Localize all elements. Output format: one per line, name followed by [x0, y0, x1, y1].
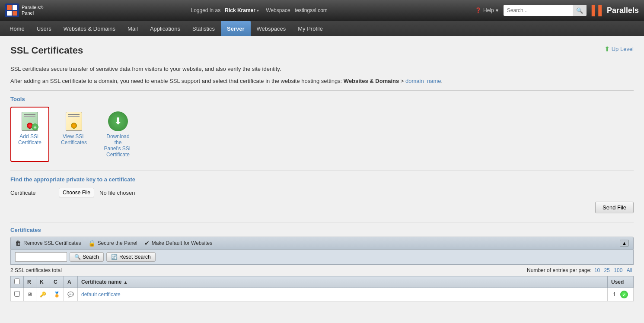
secure-panel-label: Secure the Panel [98, 240, 137, 246]
col-header-check [11, 276, 24, 288]
svg-rect-1 [7, 5, 12, 10]
col-header-used: Used [608, 276, 634, 288]
nav-item-webspaces[interactable]: Webspaces [251, 21, 292, 36]
certs-toolbar: 🗑 Remove SSL Certificates 🔒 Secure the P… [10, 237, 634, 250]
nav-item-users[interactable]: Users [31, 21, 57, 36]
reset-search-button[interactable]: 🔄 Reset Search [106, 252, 156, 262]
sort-arrow-icon: ▲ [123, 280, 128, 285]
help-label: Help [483, 7, 494, 13]
tool-add-ssl[interactable]: + Add SSLCertificate [10, 107, 49, 162]
secure-panel-button[interactable]: 🔒 Secure the Panel [88, 240, 137, 247]
row-checkbox[interactable] [14, 291, 20, 297]
main-content: SSL Certificates ⬆ Up Level SSL certific… [0, 36, 644, 323]
top-bar-right: ❓ Help ▾ 🔍 ▌▌ Parallels [475, 5, 639, 16]
cert-name-link[interactable]: default certificate [81, 291, 121, 298]
table-row: 🖥 🔑 🏅 💬 default certificate [11, 288, 634, 301]
domain-name-link[interactable]: domain_name [405, 78, 441, 84]
parallels-logo-icon [5, 3, 19, 17]
top-bar-left: Parallels® Panel [5, 3, 43, 17]
view-ssl-icon [64, 111, 84, 132]
cert-icon: 🏅 [54, 291, 60, 298]
username[interactable]: Rick Kramer [225, 7, 255, 13]
select-all-checkbox[interactable] [14, 279, 20, 284]
desc-line2-start: After adding an SSL certificate to a dom… [10, 78, 342, 84]
row-c-cell: 🏅 [50, 288, 64, 301]
nav-item-statistics[interactable]: Statistics [186, 21, 221, 36]
toolbar-right: ▲ [620, 240, 629, 247]
lock-icon: 🔒 [88, 240, 96, 247]
download-ssl-icon: ⬇ [108, 111, 128, 132]
description-line1: SSL certificates secure transfer of sens… [10, 65, 634, 73]
key-icon: 🔑 [40, 291, 46, 298]
table-header: R K C A Certificate name ▲ [11, 276, 634, 288]
tool-download-ssl[interactable]: ⬇ Download thePanel's SSLCertificate [99, 107, 137, 162]
per-page: Number of entries per page: 10 25 100 Al… [527, 267, 634, 273]
nav-item-websites[interactable]: Websites & Domains [57, 21, 121, 36]
check-icon: ✔ [144, 240, 150, 247]
nav-item-profile[interactable]: My Profile [292, 21, 329, 36]
logo-text: Parallels® Panel [22, 5, 43, 16]
nav-bar: Home Users Websites & Domains Mail Appli… [0, 21, 644, 36]
nav-item-home[interactable]: Home [3, 21, 31, 36]
nav-item-mail[interactable]: Mail [121, 21, 144, 36]
page-title: SSL Certificates [10, 45, 83, 56]
cert-search-input[interactable] [15, 252, 67, 262]
col-header-k: K [36, 276, 50, 288]
certificates-title: Certificates [10, 227, 634, 233]
webspace-info: Webspace testingssl.com [266, 7, 328, 13]
desc-websites-domains: Websites & Domains [344, 78, 399, 84]
collapse-button[interactable]: ▲ [620, 240, 629, 247]
nav-item-applications[interactable]: Applications [144, 21, 186, 36]
nav-item-server[interactable]: Server [221, 21, 250, 36]
cert-icon-view [66, 112, 82, 131]
trash-icon: 🗑 [15, 240, 21, 247]
choose-file-button[interactable]: Choose File [59, 188, 94, 197]
question-icon: ❓ [475, 7, 481, 13]
up-level-icon: ⬆ [604, 45, 610, 53]
username-dropdown-arrow[interactable]: ▾ [257, 8, 259, 13]
header-name-text: Certificate name [81, 279, 121, 285]
row-checkbox-cell [11, 288, 24, 301]
cert-label: Certificate [10, 190, 54, 196]
per-page-label: Number of entries per page: [527, 267, 591, 273]
remove-ssl-button[interactable]: 🗑 Remove SSL Certificates [15, 240, 81, 247]
cert-icon-base: + [22, 112, 38, 131]
webspace-value: testingssl.com [295, 7, 328, 13]
add-ssl-icon: + [19, 111, 40, 132]
find-cert-title: Find the appropriate private key to a ce… [10, 176, 634, 183]
per-page-25[interactable]: 25 [604, 267, 610, 273]
col-header-r: R [24, 276, 36, 288]
find-cert-section: Find the appropriate private key to a ce… [10, 171, 634, 213]
table-body: 🖥 🔑 🏅 💬 default certificate [11, 288, 634, 301]
search-input[interactable] [504, 7, 573, 13]
monitor-icon: 🖥 [27, 291, 32, 298]
logo: Parallels® Panel [5, 3, 43, 17]
logged-in-text: Logged in as [191, 7, 221, 13]
send-file-button[interactable]: Send File [595, 202, 634, 213]
cert-search-button[interactable]: 🔍 Search [70, 252, 104, 262]
col-header-a: A [64, 276, 78, 288]
cert-ribbon-view [71, 123, 77, 129]
page-header: SSL Certificates ⬆ Up Level [10, 45, 634, 56]
total-label: 2 SSL certificates total [10, 267, 62, 273]
logged-in-label: Logged in as Rick Kramer ▾ [191, 7, 259, 13]
per-page-10[interactable]: 10 [594, 267, 600, 273]
description-line2: After adding an SSL certificate to a dom… [10, 77, 634, 86]
per-page-100[interactable]: 100 [614, 267, 622, 273]
download-ssl-label: Download thePanel's SSLCertificate [103, 133, 133, 158]
up-level-link[interactable]: ⬆ Up Level [604, 45, 634, 53]
tools-row: + Add SSLCertificate View SSLCertificate… [10, 107, 634, 162]
row-a-cell: 💬 [64, 288, 78, 301]
tool-view-ssl[interactable]: View SSLCertificates [54, 107, 93, 162]
help-button[interactable]: ❓ Help ▾ [475, 7, 498, 13]
download-circle: ⬇ [108, 111, 128, 131]
logo-line1: Parallels® [22, 5, 43, 10]
search-box: 🔍 [504, 5, 587, 16]
row-r-cell: 🖥 [24, 288, 36, 301]
per-page-all[interactable]: All [627, 267, 632, 273]
col-header-name[interactable]: Certificate name ▲ [78, 276, 608, 288]
search-button[interactable]: 🔍 [573, 5, 587, 16]
comment-icon: 💬 [67, 291, 74, 298]
make-default-button[interactable]: ✔ Make Default for Websites [144, 240, 213, 247]
svg-rect-4 [13, 11, 17, 16]
